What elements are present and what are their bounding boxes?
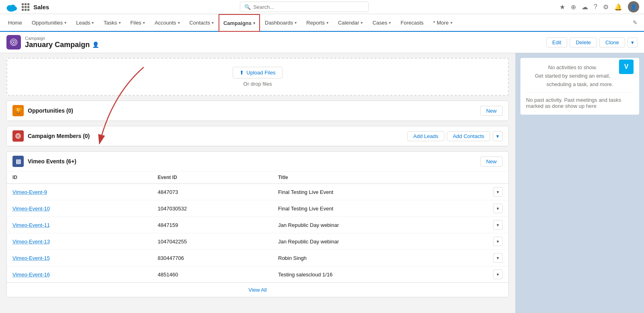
avatar[interactable]: 👤: [628, 1, 639, 12]
chevron-icon: ▾: [295, 21, 297, 25]
cell-title: Final Testing Live Event: [272, 200, 487, 217]
opportunities-section-header: 🏆 Opportunities (0) New: [7, 101, 508, 121]
opportunities-new-button[interactable]: New: [480, 106, 503, 116]
cell-action: ▾: [487, 250, 508, 266]
nav-items: Home Opportunities ▾ Leads ▾ Tasks ▾ Fil…: [3, 14, 457, 31]
chevron-icon: ▾: [361, 21, 363, 25]
upload-icon: ⬆: [239, 70, 244, 76]
no-activity-text: No activities to show. Get started by se…: [526, 64, 634, 89]
search-input[interactable]: [253, 4, 364, 10]
clone-button[interactable]: Clone: [599, 37, 625, 47]
cell-id: Vimeo-Event-11: [7, 217, 152, 233]
favorites-icon[interactable]: ★: [559, 3, 565, 11]
campaign-members-header: Campaign Members (0) Add Leads Add Conta…: [7, 126, 508, 146]
cell-event-id: 4847073: [152, 184, 272, 200]
nav-item-leads[interactable]: Leads ▾: [71, 14, 99, 32]
upload-files-button[interactable]: ⬆ Upload Files: [233, 67, 282, 78]
cell-event-id: 1047030532: [152, 200, 272, 217]
opportunities-actions: New: [480, 106, 503, 116]
title-icon: 👤: [92, 41, 99, 48]
add-icon[interactable]: ⊕: [571, 3, 576, 11]
delete-button[interactable]: Delete: [570, 37, 597, 47]
nav-item-tasks[interactable]: Tasks ▾: [99, 14, 125, 32]
opportunities-icon: 🏆: [12, 105, 24, 116]
nav-edit-icon[interactable]: ✎: [633, 19, 638, 26]
edit-button[interactable]: Edit: [546, 37, 567, 47]
campaign-members-more-button[interactable]: ▾: [493, 131, 503, 141]
add-contacts-button[interactable]: Add Contacts: [447, 131, 490, 141]
add-leads-button[interactable]: Add Leads: [407, 131, 444, 141]
global-search[interactable]: 🔍: [240, 2, 369, 12]
nav-item-home[interactable]: Home: [3, 14, 27, 32]
cloud-icon[interactable]: ☁: [582, 3, 588, 11]
nav-item-reports[interactable]: Reports ▾: [301, 14, 333, 32]
cell-id: Vimeo-Event-10: [7, 200, 152, 217]
table-row: Vimeo-Event-13 1047042255 Jan Republic D…: [7, 233, 508, 250]
col-event-id: Event ID: [152, 171, 272, 184]
row-action-button[interactable]: ▾: [493, 253, 503, 263]
nav-item-files[interactable]: Files ▾: [126, 14, 150, 32]
campaign-members-title: Campaign Members (0): [12, 130, 90, 142]
cell-action: ▾: [487, 200, 508, 217]
row-action-button[interactable]: ▾: [493, 187, 503, 197]
vimeo-event-link[interactable]: Vimeo-Event-13: [12, 239, 50, 245]
cell-event-id: 1047042255: [152, 233, 272, 250]
cell-event-id: 4851460: [152, 266, 272, 283]
vimeo-event-link[interactable]: Vimeo-Event-9: [12, 189, 47, 195]
salesforce-logo[interactable]: [5, 0, 18, 13]
campaign-members-section: Campaign Members (0) Add Leads Add Conta…: [6, 126, 509, 146]
view-all-link[interactable]: View All: [7, 282, 508, 297]
drop-text: Or drop files: [15, 81, 500, 87]
svg-point-9: [18, 136, 19, 136]
chevron-icon: ▾: [178, 21, 180, 25]
cell-action: ▾: [487, 266, 508, 283]
nav-item-accounts[interactable]: Accounts ▾: [150, 14, 184, 32]
cell-action: ▾: [487, 217, 508, 233]
vimeo-event-link[interactable]: Vimeo-Event-16: [12, 272, 50, 278]
nav-item-more[interactable]: * More ▾: [428, 14, 457, 32]
chevron-icon: ▾: [143, 21, 145, 25]
table-row: Vimeo-Event-9 4847073 Final Testing Live…: [7, 184, 508, 200]
settings-icon[interactable]: ⚙: [603, 3, 609, 11]
nav-item-cases[interactable]: Cases ▾: [367, 14, 396, 32]
cell-title: Robin Singh: [272, 250, 487, 266]
more-actions-button[interactable]: ▾: [627, 37, 638, 47]
cell-title: Jan Republic Day webinar: [272, 233, 487, 250]
nav-item-dashboards[interactable]: Dashboards ▾: [260, 14, 301, 32]
opportunities-section: 🏆 Opportunities (0) New: [6, 101, 509, 121]
nav-item-contacts[interactable]: Contacts ▾: [185, 14, 219, 32]
nav-item-opportunities[interactable]: Opportunities ▾: [27, 14, 71, 32]
chevron-icon: ▾: [389, 21, 391, 25]
app-name-label: Sales: [33, 4, 49, 10]
svg-point-6: [13, 41, 14, 43]
nav-item-campaigns[interactable]: Campaigns ▾: [219, 14, 260, 32]
chevron-icon: ▾: [92, 21, 94, 25]
help-icon[interactable]: ?: [594, 3, 597, 10]
svg-point-3: [7, 8, 15, 12]
vimeo-events-table: ID Event ID Title Vimeo-Event-9 4847073 …: [7, 171, 508, 282]
page-title: January Campaign 👤: [25, 41, 99, 49]
nav-item-forecasts[interactable]: Forecasts: [396, 14, 428, 32]
vimeo-event-link[interactable]: Vimeo-Event-10: [12, 206, 50, 212]
opportunities-title: 🏆 Opportunities (0): [12, 105, 73, 116]
col-id: ID: [7, 171, 152, 184]
table-row: Vimeo-Event-10 1047030532 Final Testing …: [7, 200, 508, 217]
row-action-button[interactable]: ▾: [493, 270, 503, 279]
cell-event-id: 4847159: [152, 217, 272, 233]
cell-action: ▾: [487, 233, 508, 250]
row-action-button[interactable]: ▾: [493, 204, 503, 213]
vimeo-event-link[interactable]: Vimeo-Event-11: [12, 222, 50, 228]
notification-icon[interactable]: 🔔: [614, 3, 622, 11]
grid-icon[interactable]: [22, 3, 29, 11]
vimeo-badge: V: [619, 60, 634, 74]
vimeo-event-link[interactable]: Vimeo-Event-15: [12, 255, 50, 261]
vimeo-events-new-button[interactable]: New: [480, 156, 503, 167]
nav-item-calendar[interactable]: Calendar ▾: [333, 14, 368, 32]
row-action-button[interactable]: ▾: [493, 220, 503, 230]
chevron-icon: ▾: [253, 21, 255, 25]
table-row: Vimeo-Event-11 4847159 Jan Republic Day …: [7, 217, 508, 233]
row-action-button[interactable]: ▾: [493, 237, 503, 246]
past-activity-text: No past activity. Past meetings and task…: [526, 93, 634, 109]
col-actions: [487, 171, 508, 184]
upload-section: ⬆ Upload Files Or drop files: [6, 58, 509, 96]
